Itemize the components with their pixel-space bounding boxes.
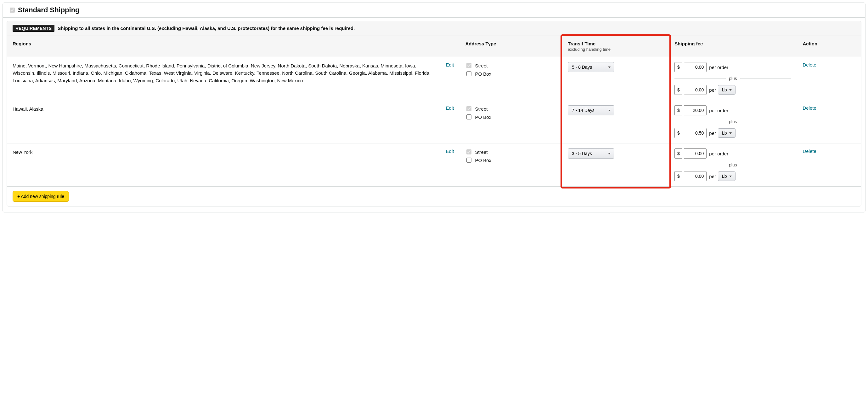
action-cell: Delete — [797, 57, 861, 100]
col-header-transit-time: Transit Time excluding handling time — [562, 36, 669, 57]
add-shipping-rule-button[interactable]: + Add new shipping rule — [12, 191, 69, 202]
address-type-cell: StreetPO Box — [460, 100, 562, 143]
shipping-rules-table: Regions Address Type Transit Time exclud… — [7, 36, 861, 186]
regions-text: Maine, Vermont, New Hampshire, Massachus… — [12, 62, 437, 84]
panel-header: Standard Shipping — [3, 3, 865, 18]
shipping-fee-cell: $per orderplus$perLb — [669, 100, 797, 143]
regions-cell: Hawaii, AlaskaEdit — [7, 100, 460, 143]
col-header-address-type: Address Type — [460, 36, 562, 57]
regions-text: Hawaii, Alaska — [12, 105, 437, 113]
address-pobox-label: PO Box — [475, 114, 491, 120]
currency-symbol: $ — [675, 62, 682, 72]
regions-cell: New YorkEdit — [7, 143, 460, 187]
fee-per-order-input[interactable] — [684, 148, 707, 159]
regions-text: New York — [12, 148, 437, 156]
transit-time-cell: 3 - 5 Days5 - 8 Days7 - 14 Days — [562, 100, 669, 143]
delete-rule-link[interactable]: Delete — [803, 105, 816, 111]
address-street-checkbox[interactable] — [466, 149, 471, 154]
currency-symbol: $ — [675, 148, 682, 159]
fee-per-unit-suffix: per — [709, 174, 716, 179]
edit-regions-link[interactable]: Edit — [446, 148, 454, 154]
currency-symbol: $ — [675, 85, 682, 95]
panel-title: Standard Shipping — [18, 6, 80, 14]
fee-per-unit-input[interactable] — [684, 128, 707, 138]
col-header-shipping-fee: Shipping fee — [669, 36, 797, 57]
rules-table-panel: REQUIREMENTS Shipping to all states in t… — [7, 21, 861, 206]
currency-symbol: $ — [675, 128, 682, 138]
table-header-row: Regions Address Type Transit Time exclud… — [7, 36, 861, 57]
delete-rule-link[interactable]: Delete — [803, 148, 816, 154]
shipping-fee-cell: $per orderplus$perLb — [669, 57, 797, 100]
fee-unit-select[interactable]: Lb — [718, 128, 736, 138]
fee-per-order-suffix: per order — [709, 65, 728, 70]
address-pobox-label: PO Box — [475, 158, 491, 163]
fee-per-unit-input[interactable] — [684, 85, 707, 95]
requirements-badge: REQUIREMENTS — [12, 25, 55, 32]
fee-per-order-suffix: per order — [709, 108, 728, 113]
address-pobox-label: PO Box — [475, 71, 491, 77]
col-header-regions: Regions — [7, 36, 460, 57]
currency-symbol: $ — [675, 171, 682, 181]
col-header-action: Action — [797, 36, 861, 57]
address-type-cell: StreetPO Box — [460, 57, 562, 100]
regions-cell: Maine, Vermont, New Hampshire, Massachus… — [7, 57, 460, 100]
transit-time-cell: 3 - 5 Days5 - 8 Days7 - 14 Days — [562, 143, 669, 187]
fee-per-order-input[interactable] — [684, 62, 707, 72]
fee-per-unit-suffix: per — [709, 131, 716, 136]
fee-plus-divider: plus — [675, 162, 791, 167]
address-pobox-checkbox[interactable] — [466, 158, 471, 163]
transit-time-select[interactable]: 3 - 5 Days5 - 8 Days7 - 14 Days — [568, 105, 614, 115]
action-cell: Delete — [797, 143, 861, 187]
table-row: New YorkEditStreetPO Box3 - 5 Days5 - 8 … — [7, 143, 861, 187]
address-street-checkbox[interactable] — [466, 106, 471, 111]
fee-unit-select[interactable]: Lb — [718, 85, 736, 94]
table-row: Maine, Vermont, New Hampshire, Massachus… — [7, 57, 861, 100]
panel-enable-checkbox[interactable] — [10, 7, 15, 12]
address-street-label: Street — [475, 106, 488, 112]
fee-per-order-input[interactable] — [684, 105, 707, 115]
address-street-label: Street — [475, 63, 488, 68]
table-row: Hawaii, AlaskaEditStreetPO Box3 - 5 Days… — [7, 100, 861, 143]
address-pobox-checkbox[interactable] — [466, 71, 471, 76]
requirements-text: Shipping to all states in the continenta… — [58, 26, 355, 31]
fee-plus-divider: plus — [675, 76, 791, 81]
fee-unit-select[interactable]: Lb — [718, 171, 736, 181]
transit-time-subtext: excluding handling time — [568, 47, 663, 52]
action-cell: Delete — [797, 100, 861, 143]
edit-regions-link[interactable]: Edit — [446, 62, 454, 67]
currency-symbol: $ — [675, 105, 682, 115]
fee-plus-divider: plus — [675, 119, 791, 124]
address-street-label: Street — [475, 149, 488, 155]
address-street-checkbox[interactable] — [466, 63, 471, 68]
delete-rule-link[interactable]: Delete — [803, 62, 816, 67]
table-footer: + Add new shipping rule — [7, 186, 861, 206]
address-type-cell: StreetPO Box — [460, 143, 562, 187]
address-pobox-checkbox[interactable] — [466, 114, 471, 119]
transit-time-select[interactable]: 3 - 5 Days5 - 8 Days7 - 14 Days — [568, 148, 614, 159]
requirements-bar: REQUIREMENTS Shipping to all states in t… — [7, 21, 861, 36]
fee-per-unit-suffix: per — [709, 87, 716, 93]
edit-regions-link[interactable]: Edit — [446, 105, 454, 111]
fee-per-order-suffix: per order — [709, 151, 728, 156]
fee-per-unit-input[interactable] — [684, 171, 707, 181]
shipping-panel: Standard Shipping REQUIREMENTS Shipping … — [2, 2, 866, 213]
shipping-fee-cell: $per orderplus$perLb — [669, 143, 797, 187]
transit-time-cell: 3 - 5 Days5 - 8 Days7 - 14 Days — [562, 57, 669, 100]
transit-time-select[interactable]: 3 - 5 Days5 - 8 Days7 - 14 Days — [568, 62, 614, 72]
